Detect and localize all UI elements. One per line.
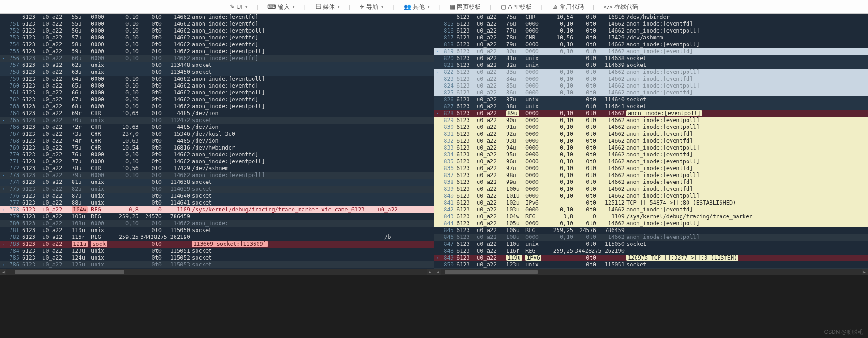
toolbar-item-2[interactable]: 媒体 — [315, 3, 340, 11]
diff-row[interactable]: 8326123u0_a2293u00000,100t014662anon_ino… — [434, 138, 868, 144]
diff-row[interactable]: 7716123u0_a2277u00000,100t014662anon_ino… — [0, 158, 434, 165]
diff-row[interactable]: 8276123u0_a2288uunix0t0114641socket — [434, 103, 868, 110]
fold-arrow-icon[interactable]: › — [0, 241, 6, 248]
scroll-left-icon[interactable]: ◀ — [434, 269, 441, 275]
diff-row[interactable]: ›7736123u0_a2279u00000,100t014662anon_in… — [0, 172, 434, 179]
diff-row[interactable]: 7626123u0_a2267u00000,100t014662anon_ino… — [0, 96, 434, 103]
diff-row[interactable]: 8466123u0_a22108u00000,100t014662anon_in… — [434, 234, 868, 241]
diff-row[interactable]: 8316123u0_a2292u00000,100t014662anon_ino… — [434, 131, 868, 138]
diff-row[interactable]: 7636123u0_a2268u00000,100t014662anon_ino… — [0, 103, 434, 110]
diff-row[interactable]: 8186123u0_a2279u00000,100t014662anon_ino… — [434, 41, 868, 48]
toolbar-item-5[interactable]: 网页模板 — [450, 3, 481, 11]
diff-row[interactable]: 8506123u0_a22123uunix0t0115051socket — [434, 261, 868, 268]
diff-row[interactable]: ‹8226123u0_a2283u00000,100t014662anon_in… — [434, 69, 868, 76]
diff-row[interactable]: 7746123u0_a2281uunix0t0114638socket — [0, 179, 434, 186]
diff-row[interactable]: 7856123u0_a22124uunix0t0115052socket — [0, 255, 434, 261]
diff-row[interactable]: 8356123u0_a2296u00000,100t014662anon_ino… — [434, 158, 868, 165]
diff-row[interactable]: 7586123u0_a2263uunix0t0113450socket — [0, 69, 434, 76]
diff-row[interactable]: 8386123u0_a2299u00000,100t014662anon_ino… — [434, 179, 868, 186]
diff-row[interactable]: 7726123u0_a2278uCHR10,560t017429/dev/ash… — [0, 165, 434, 172]
right-horizontal-scrollbar[interactable]: ◀ ▶ — [434, 269, 868, 275]
diff-row[interactable]: 7536123u0_a2257u00000,100t014662anon_ino… — [0, 34, 434, 41]
toolbar-item-0[interactable]: UI — [230, 3, 248, 10]
diff-row[interactable]: 7646123u0_a2269rCHR10,630t04485/dev/ion — [0, 110, 434, 117]
diff-row[interactable]: 8336123u0_a2294u00000,100t014662anon_ino… — [434, 144, 868, 151]
diff-row[interactable]: 7706123u0_a2276u00000,100t014662anon_ino… — [0, 151, 434, 158]
left-pane[interactable]: 6123u0_a2255u00000,100t014662anon_inode:… — [0, 14, 434, 275]
diff-row[interactable]: 8176123u0_a2278uCHR10,560t017429/dev/ash… — [434, 34, 868, 41]
diff-row[interactable]: 7576123u0_a2262uunix0t0113448socket — [0, 62, 434, 69]
left-horizontal-scrollbar[interactable]: ◀ ▶ — [0, 269, 434, 275]
diff-row[interactable]: 6123u0_a2275uCHR10,540t016816/dev/hwbind… — [434, 14, 868, 21]
diff-row[interactable]: ›7656123u0_a2270uunix0t0112472socket — [0, 117, 434, 124]
diff-row[interactable]: 8216123u0_a2282uunix0t0114639socket — [434, 62, 868, 69]
diff-row[interactable]: 7546123u0_a2258u00000,100t014662anon_ino… — [0, 41, 434, 48]
diff-row[interactable]: 8256123u0_a2286u00000,100t014662anon_ino… — [434, 89, 868, 96]
scroll-right-icon[interactable]: ▶ — [427, 269, 434, 275]
diff-row[interactable]: 7616123u0_a2266u00000,100t014662anon_ino… — [0, 89, 434, 96]
diff-row[interactable]: 7676123u0_a2273uCHR237,00t015346/dev/kgs… — [0, 131, 434, 138]
diff-row[interactable]: ‹8496123u0_a22119uIPv60t0126975 TCP []:3… — [434, 255, 868, 261]
diff-row[interactable]: 8476123u0_a22110uunix0t0115050socket — [434, 241, 868, 248]
diff-row[interactable]: 7606123u0_a2265u00000,100t014662anon_ino… — [0, 83, 434, 89]
toolbar-item-6[interactable]: APP模板 — [501, 3, 532, 11]
diff-row[interactable]: 8396123u0_a22100u00000,100t014662anon_in… — [434, 186, 868, 193]
fold-arrow-icon[interactable]: › — [0, 206, 6, 213]
scroll-track[interactable] — [441, 269, 862, 275]
diff-row[interactable]: 8416123u0_a22102uIPv60t0125112TCP []:548… — [434, 199, 868, 206]
diff-row[interactable]: 7816123u0_a22110uunix0t0115050socket — [0, 227, 434, 234]
diff-row[interactable]: 7846123u0_a22123uunix0t0115051socket — [0, 248, 434, 255]
scroll-left-icon[interactable]: ◀ — [0, 269, 6, 275]
right-pane[interactable]: 6123u0_a2275uCHR10,540t016816/dev/hwbind… — [434, 14, 868, 275]
diff-row[interactable]: 7766123u0_a2287uunix0t0114640socket — [0, 193, 434, 199]
diff-row[interactable]: 8156123u0_a2276u00000,100t014662anon_ino… — [434, 21, 868, 28]
diff-row[interactable]: 8456123u0_a22106uREG259,2524576786459 — [434, 227, 868, 234]
diff-row[interactable]: ›7866123u0_a22125uunix0t0115053socket — [0, 261, 434, 268]
diff-row[interactable]: ›7756123u0_a2282uunix0t0114639socket — [0, 186, 434, 193]
diff-row[interactable]: ›7566123u0_a2260u00000,100t014662anon_in… — [0, 55, 434, 62]
toolbar-item-1[interactable]: 输入 — [267, 3, 295, 11]
diff-row[interactable]: 7556123u0_a2259u00000,100t014662anon_ino… — [0, 48, 434, 55]
scroll-thumb[interactable] — [15, 270, 124, 274]
diff-row[interactable]: 8376123u0_a2298u00000,100t014662anon_ino… — [434, 172, 868, 179]
diff-row[interactable]: 7696123u0_a2275uCHR10,540t016816/dev/hwb… — [0, 144, 434, 151]
diff-row[interactable]: 8446123u0_a22105u00000,100t014662anon_in… — [434, 220, 868, 227]
diff-row[interactable]: 7776123u0_a2288uunix0t0114641socket — [0, 199, 434, 206]
diff-row[interactable]: 7826123u0_a22116rREG259,2534428275262190… — [0, 234, 434, 241]
diff-row[interactable]: 7806123u0_a22108u00000,100t014662anon_in… — [0, 220, 434, 227]
diff-row[interactable]: 8166123u0_a2277u00000,100t014662anon_ino… — [434, 28, 868, 34]
fold-arrow-icon[interactable]: ‹ — [434, 48, 441, 55]
diff-row[interactable]: 8266123u0_a2287uunix0t0114640socket — [434, 96, 868, 103]
diff-row[interactable]: 8346123u0_a2295u00000,100t014662anon_ino… — [434, 151, 868, 158]
fold-arrow-icon[interactable]: ‹ — [434, 255, 441, 261]
fold-arrow-icon[interactable]: › — [0, 172, 6, 179]
diff-row[interactable]: 8206123u0_a2281uunix0t0114638socket — [434, 55, 868, 62]
diff-row[interactable]: 7796123u0_a22106uREG259,2524576786459 — [0, 213, 434, 220]
diff-row[interactable]: 8236123u0_a2284u00000,100t014662anon_ino… — [434, 76, 868, 83]
diff-row[interactable]: 6123u0_a2255u00000,100t014662anon_inode:… — [0, 14, 434, 21]
diff-row[interactable]: 7596123u0_a2264u00000,100t014662anon_ino… — [0, 76, 434, 83]
diff-row[interactable]: 8296123u0_a2290u00000,100t014662anon_ino… — [434, 117, 868, 124]
diff-row[interactable]: 7666123u0_a2272rCHR10,630t04485/dev/ion — [0, 124, 434, 131]
diff-row[interactable]: 8426123u0_a22103u00000,100t014662anon_in… — [434, 206, 868, 213]
fold-arrow-icon[interactable]: › — [0, 55, 6, 62]
fold-arrow-icon[interactable]: › — [0, 186, 6, 193]
diff-row[interactable]: 8406123u0_a22101u00000,100t014662anon_in… — [434, 193, 868, 199]
scroll-right-icon[interactable]: ▶ — [862, 269, 868, 275]
diff-row[interactable]: 7516123u0_a2255u00000,100t014662anon_ino… — [0, 21, 434, 28]
toolbar-item-8[interactable]: 在线代码 — [603, 3, 638, 11]
scroll-thumb[interactable] — [445, 270, 538, 274]
fold-arrow-icon[interactable]: ‹ — [434, 110, 441, 117]
diff-row[interactable]: 8436123u0_a22104wREG0,801109/sys/kernel/… — [434, 213, 868, 220]
diff-row[interactable]: 8366123u0_a2297u00000,100t014662anon_ino… — [434, 165, 868, 172]
fold-arrow-icon[interactable]: › — [0, 117, 6, 124]
fold-arrow-icon[interactable]: › — [0, 261, 6, 268]
diff-row[interactable]: ›7786123u0_a22104wREG0,801109/sys/kernel… — [0, 206, 434, 213]
diff-row[interactable]: 7526123u0_a2256u00000,100t014662anon_ino… — [0, 28, 434, 34]
diff-row[interactable]: 8486123u0_a22116rREG259,2534428275262190 — [434, 248, 868, 255]
diff-row[interactable]: 8306123u0_a2291u00000,100t014662anon_ino… — [434, 124, 868, 131]
diff-row[interactable]: ›7836123u0_a22121usock0t0113609 socket:[… — [0, 241, 434, 248]
toolbar-item-7[interactable]: 常用代码 — [552, 3, 584, 11]
diff-row[interactable]: 7686123u0_a2274rCHR10,630t04485/dev/ion — [0, 138, 434, 144]
toolbar-item-3[interactable]: 导航 — [360, 3, 383, 11]
